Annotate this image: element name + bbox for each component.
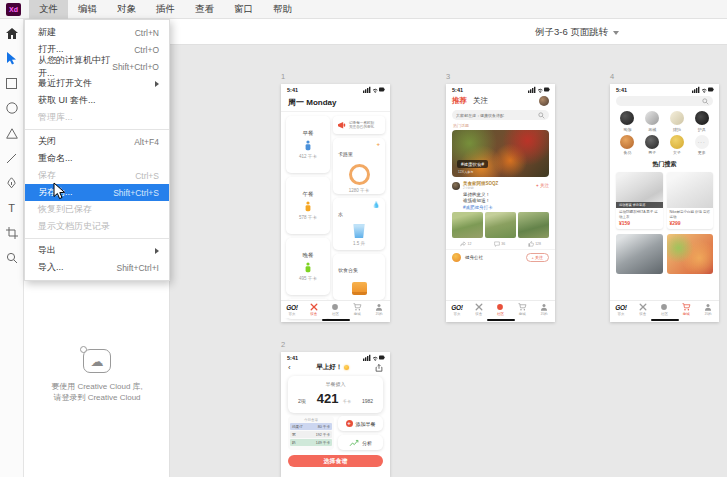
category-more[interactable]: ···更多 — [690, 135, 713, 156]
zoom-tool-icon[interactable] — [4, 250, 20, 266]
user-avatar[interactable] — [452, 253, 461, 262]
artboard-4-number[interactable]: 4 — [610, 72, 614, 81]
tab-shop[interactable]: 商城 — [511, 301, 533, 318]
product-image-card[interactable] — [667, 234, 714, 274]
tab-community[interactable]: 社区 — [654, 301, 676, 318]
post-photo[interactable] — [518, 212, 549, 238]
ellipse-tool-icon[interactable] — [4, 100, 20, 116]
menu-help[interactable]: 帮助 — [263, 0, 302, 19]
meal-card-lunch[interactable]: 午餐 578 千卡 — [286, 177, 330, 234]
post-avatar[interactable] — [452, 182, 460, 190]
choose-food-button[interactable]: 选择食谱 — [288, 455, 383, 467]
tab-profile[interactable]: 我的 — [697, 301, 719, 318]
feed-post[interactable]: 美食家阿狸SOQZ 2小时前 + 关注 坚持的意义！ 谁练谁知道！ #减肥健身打… — [446, 178, 555, 249]
canvas[interactable]: 1 3 4 2 5:41 周一 Monday 早餐 412 千卡 — [170, 45, 727, 477]
tab-shop[interactable]: 商城 — [346, 301, 368, 318]
suggested-user-row[interactable]: 健身公社 + 关注 — [446, 249, 555, 265]
comment-action[interactable]: 36 — [494, 241, 505, 247]
water-card[interactable]: 水 💧 1.5 升 — [333, 198, 385, 250]
topic-hashtag[interactable]: #健康饮食# — [457, 160, 488, 168]
post-photo[interactable] — [452, 212, 483, 238]
tab-home[interactable]: GO!首页 — [446, 301, 468, 318]
category-men[interactable]: 男子 — [641, 135, 664, 156]
menu-view[interactable]: 查看 — [185, 0, 224, 19]
like-action[interactable]: 128 — [528, 241, 541, 247]
tab-home[interactable]: GO!首页 — [610, 301, 632, 318]
menu-item-save-as[interactable]: 另存为...Shift+Ctrl+S — [25, 184, 169, 201]
menu-item-rename[interactable]: 重命名... — [25, 150, 169, 167]
polygon-tool-icon[interactable] — [4, 125, 20, 141]
menu-shortcut: Ctrl+O — [134, 45, 159, 55]
artboard-1[interactable]: 5:41 周一 Monday 早餐 412 千卡 午餐 578 千卡 — [281, 84, 390, 322]
follow-pill-button[interactable]: + 关注 — [526, 253, 549, 262]
product-card[interactable]: 运动套装 修身百搭 运动防晒衣HKTA 男子 运动上衣 ¥159 — [616, 172, 663, 229]
category-food[interactable]: 食品 — [616, 135, 639, 156]
avatar[interactable] — [539, 96, 549, 106]
rectangle-tool-icon[interactable] — [4, 75, 20, 91]
search-bar[interactable] — [452, 110, 549, 120]
text-tool-icon[interactable]: T — [4, 200, 20, 216]
tab-recommend[interactable]: 推荐 — [452, 96, 467, 106]
topic-image[interactable]: #健康饮食# 12万人参与 — [452, 130, 549, 177]
menu-plugins[interactable]: 插件 — [146, 0, 185, 19]
menu-object[interactable]: 对象 — [107, 0, 146, 19]
search-icon[interactable] — [702, 98, 709, 105]
product-image-card[interactable] — [616, 234, 663, 274]
post-hashtag[interactable]: #减肥健身打卡 — [463, 205, 549, 210]
user-name[interactable]: 健身公社 — [465, 255, 483, 260]
meal-card-breakfast[interactable]: 早餐 412 千卡 — [286, 116, 330, 173]
menu-item-get-ui-kits[interactable]: 获取 UI 套件... — [25, 92, 169, 109]
announcement-banner[interactable]: 记录每一餐时刻 关注自己的变化 — [333, 116, 385, 134]
category-women[interactable]: 女子 — [666, 135, 689, 156]
search-icon[interactable] — [538, 112, 545, 119]
tab-home[interactable]: GO!首页 — [281, 301, 303, 318]
diary-card[interactable]: 饮食合集 — [333, 254, 385, 300]
tab-community[interactable]: 社区 — [325, 301, 347, 318]
menu-item-close[interactable]: 关闭Alt+F4 — [25, 133, 169, 150]
artboard-4[interactable]: 5:41 瑜伽 器械 球拍 护具 食品 男子 女子 ···更多 热门搜索 — [610, 84, 719, 322]
pen-tool-icon[interactable] — [4, 175, 20, 191]
menu-item-new[interactable]: 新建Ctrl+N — [25, 24, 169, 41]
add-breakfast-button[interactable]: + 添加早餐 — [338, 416, 383, 431]
menu-window[interactable]: 窗口 — [224, 0, 263, 19]
menu-item-import[interactable]: 导入...Shift+Ctrl+I — [25, 259, 169, 276]
home-icon[interactable] — [4, 25, 20, 41]
search-input[interactable] — [456, 113, 538, 118]
tab-follow[interactable]: 关注 — [473, 96, 488, 106]
menu-item-open-from-computer[interactable]: 从您的计算机中打开...Shift+Ctrl+O — [25, 58, 169, 75]
artboard-3-number[interactable]: 3 — [446, 72, 450, 81]
artboard-2[interactable]: 5:41 ‹ 早上好！ 早餐摄入 2项 421 千卡 1982 — [281, 352, 390, 477]
tab-shop[interactable]: 商城 — [675, 301, 697, 318]
select-tool-icon[interactable] — [4, 50, 20, 66]
tab-profile[interactable]: 我的 — [368, 301, 390, 318]
document-title[interactable]: 例子3-6 页面跳转 — [535, 26, 619, 39]
category-racket[interactable]: 球拍 — [666, 111, 689, 132]
product-card[interactable]: Nike耐克小白鞋 舒适 百搭 运动 ¥299 — [667, 172, 714, 229]
category-equipment[interactable]: 器械 — [641, 111, 664, 132]
tab-profile[interactable]: 我的 — [533, 301, 555, 318]
tab-diet[interactable]: 饮食 — [632, 301, 654, 318]
menu-edit[interactable]: 编辑 — [68, 0, 107, 19]
menu-file[interactable]: 文件 — [29, 0, 68, 19]
menu-item-export[interactable]: 导出 — [25, 242, 169, 259]
artboard-1-number[interactable]: 1 — [281, 72, 285, 81]
droplet-icon[interactable]: 💧 — [373, 201, 381, 208]
tab-diet[interactable]: 饮食 — [468, 301, 490, 318]
follow-button[interactable]: + 关注 — [536, 183, 549, 188]
artboard-2-number[interactable]: 2 — [281, 340, 285, 349]
meal-card-dinner[interactable]: 晚餐 495 千卡 — [286, 238, 330, 295]
calorie-card[interactable]: 卡路里 + 1280 千卡 — [333, 138, 385, 194]
artboard-tool-icon[interactable] — [4, 225, 20, 241]
category-protection[interactable]: 护具 — [690, 111, 713, 132]
share-icon[interactable] — [375, 364, 383, 372]
category-yoga[interactable]: 瑜伽 — [616, 111, 639, 132]
line-tool-icon[interactable] — [4, 150, 20, 166]
plus-icon[interactable]: + — [376, 141, 380, 147]
analyze-button[interactable]: 分析 — [338, 435, 383, 450]
post-photo[interactable] — [485, 212, 516, 238]
share-action[interactable]: 12 — [460, 241, 471, 247]
artboard-3[interactable]: 5:41 推荐 关注 热门话题 #健康饮食# 12万人参与 — [446, 84, 555, 322]
tab-community[interactable]: 社区 — [490, 301, 512, 318]
search-bar[interactable] — [616, 96, 713, 106]
tab-diet[interactable]: 饮食 — [303, 301, 325, 318]
